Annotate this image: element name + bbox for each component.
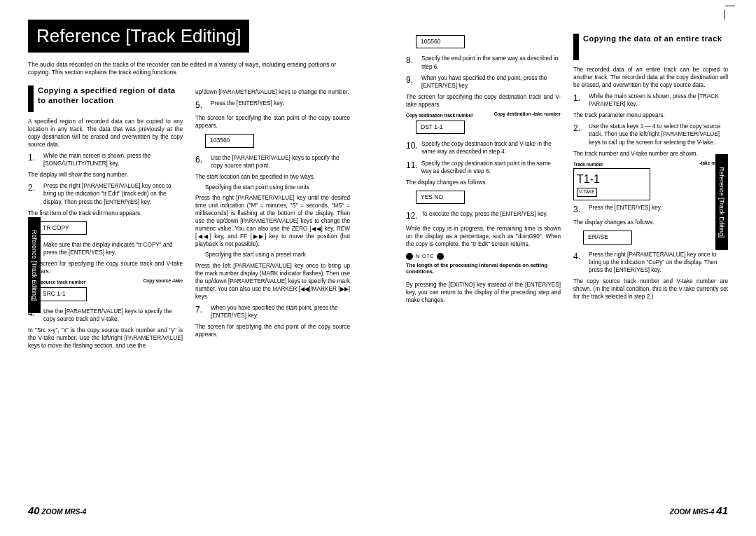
display-yesno: YES NO xyxy=(416,191,465,204)
step4-after: In "Src x-y", "x" is the copy source tra… xyxy=(28,327,183,350)
note-text: The length of the processing interval de… xyxy=(406,262,561,276)
intro-text: The audio data recorded on the tracks of… xyxy=(28,61,350,77)
left-page: Reference [Track Editing] The audio data… xyxy=(0,0,378,536)
step-7: 7. When you have specified the start poi… xyxy=(195,304,350,319)
step-num: 1. xyxy=(573,92,586,108)
footer-right: ZOOM MRS-4 41 xyxy=(670,504,728,516)
step-1: 1. While the main screen is shown, press… xyxy=(28,152,183,167)
diag2-left: Copy destination track number xyxy=(406,113,473,118)
col2-top: up/down [PARAMETER/VALUE] keys to change… xyxy=(195,88,350,96)
rstep2-after: The track number and V-take number are s… xyxy=(573,150,728,158)
step-2: 2. Press the right [PARAMETER/VALUE] key… xyxy=(28,182,183,205)
page-num-left: 40 xyxy=(28,504,40,516)
rstep4-after: The copy source track number and V-take … xyxy=(573,277,728,301)
step-4: 4. Use the [PARAMETER/VALUE] keys to spe… xyxy=(28,308,183,323)
display-105560: 105560 xyxy=(416,35,465,48)
step-num: 7. xyxy=(195,304,208,319)
side-tab-left: Reference [Track Editing] xyxy=(28,217,41,313)
step5-after: The screen for specifying the start poin… xyxy=(195,114,350,130)
step6-after: The start location can be specified in t… xyxy=(195,173,350,181)
step-text: To execute the copy, press the [ENTER/YE… xyxy=(421,210,561,221)
step-text: Use the status keys 1 — 4 to select the … xyxy=(589,123,728,146)
step12-after: While the copy is in progress, the remai… xyxy=(406,225,561,248)
step9-after: The screen for specifying the copy desti… xyxy=(406,93,561,109)
page-spread: Reference [Track Editing] The audio data… xyxy=(0,0,756,536)
rstep-3: 3. Press the [ENTER/YES] key. xyxy=(573,204,728,215)
step2-after: The first item of the track edit menu ap… xyxy=(28,209,183,217)
step-10: 10. Specify the copy destination track a… xyxy=(406,140,561,156)
step-11: 11. Specify the copy destination start p… xyxy=(406,160,561,175)
step-text: Use the [PARAMETER/VALUE] keys to specif… xyxy=(43,308,183,323)
display-erase: ERASE xyxy=(583,231,632,244)
step-3: 3. Make sure that the display indicates … xyxy=(28,241,183,256)
vtake-small: V-TAKE xyxy=(577,188,597,197)
step-text: Press the [ENTER/YES] key. xyxy=(589,204,728,215)
step-num: 4. xyxy=(573,251,586,274)
exit-text: By pressing the [EXIT/NO] key instead of… xyxy=(406,281,561,304)
footer-model-left: ZOOM MRS-4 xyxy=(41,508,86,516)
step-num: 8. xyxy=(406,55,419,70)
note-dot-icon xyxy=(437,253,444,260)
spec2-body: Press the left [PARAMETER/VALUE] key onc… xyxy=(195,262,350,301)
display-dst: DST 1-1 xyxy=(416,121,465,134)
spec1-head: Specifying the start point using time un… xyxy=(205,184,350,191)
spec1-body: Press the right [PARAMETER/VALUE] key un… xyxy=(195,194,350,248)
step-text: Specify the copy destination track and V… xyxy=(421,140,561,156)
step-8: 8. Specify the end point in the same way… xyxy=(406,55,561,70)
footer-model-right: ZOOM MRS-4 xyxy=(670,508,715,516)
page-num-right: 41 xyxy=(716,504,728,516)
step-9: 9. When you have specified the end point… xyxy=(406,74,561,90)
section2-intro: The recorded data of an entire track can… xyxy=(573,66,728,89)
step-text: While the main screen is shown, press th… xyxy=(589,92,728,108)
col-3: 105560 8. Specify the end point in the s… xyxy=(406,34,561,307)
step-num: 12. xyxy=(406,210,419,221)
step-num: 2. xyxy=(28,182,41,205)
section1-head: Copying a specified region of data to an… xyxy=(28,85,183,112)
diag3-left: Track number xyxy=(573,162,603,167)
step-num: 9. xyxy=(406,74,419,90)
right-page: Reference [Track Editing] 105560 8. Spec… xyxy=(378,0,756,536)
section-bar-icon xyxy=(28,85,34,112)
step-12: 12. To execute the copy, press the [ENTE… xyxy=(406,210,561,221)
rstep3-after: The display changes as follows. xyxy=(573,219,728,226)
col-4: Copying the data of an entire track The … xyxy=(573,34,728,307)
step-num: 10. xyxy=(406,140,419,156)
crop-mark-icon xyxy=(725,6,735,6)
crop-mark-icon xyxy=(724,10,725,20)
step-text: Press the right [PARAMETER/VALUE] key on… xyxy=(589,251,728,274)
side-tab-right: Reference [Track Editing] xyxy=(715,154,728,250)
right-columns: 105560 8. Specify the end point in the s… xyxy=(406,34,728,307)
section1-intro: A specified region of recorded data can … xyxy=(28,118,183,149)
step-text: When you have specified the start point,… xyxy=(211,304,350,319)
diagram-1: Copy source track number Copy source -ta… xyxy=(28,278,183,304)
vtake-big: T1-1 xyxy=(577,172,647,187)
display-trcopy-wrap: TR COPY xyxy=(38,220,183,238)
vtake-display: T1-1 V-TAKE xyxy=(573,168,650,200)
step-num: 11. xyxy=(406,160,419,175)
step7-after: The screen for specifying the end point … xyxy=(195,323,350,338)
rstep-4: 4. Press the right [PARAMETER/VALUE] key… xyxy=(573,251,728,274)
step-num: 5. xyxy=(195,99,208,111)
diag2-right: Copy destination -take number xyxy=(494,111,561,118)
rstep1-after: The track parameter menu appears. xyxy=(573,111,728,119)
left-columns: Copying a specified region of data to an… xyxy=(28,85,350,352)
section2-title: Copying the data of an entire track xyxy=(583,34,722,43)
section-bar-icon xyxy=(573,34,579,60)
step-num: 2. xyxy=(573,123,586,146)
step-num: 3. xyxy=(573,204,586,215)
step-text: When you have specified the end point, p… xyxy=(421,74,561,90)
step-num: 6. xyxy=(195,154,208,170)
step-text: Specify the copy destination start point… xyxy=(421,160,561,175)
note-label: N OTE xyxy=(416,253,434,259)
step-6: 6. Use the [PARAMETER/VALUE] keys to spe… xyxy=(195,154,350,170)
step-text: Use the [PARAMETER/VALUE] keys to specif… xyxy=(211,154,350,170)
step-text: While the main screen is shown, press th… xyxy=(43,152,183,167)
display-trcopy: TR COPY xyxy=(38,221,87,235)
col-2: up/down [PARAMETER/VALUE] keys to change… xyxy=(195,85,350,352)
diag1-right: Copy source -take xyxy=(144,278,183,284)
diagram-3: Track number -take number T1-1 V-TAKE xyxy=(573,160,728,200)
display-src: SRC 1-1 xyxy=(38,287,87,301)
section2-head: Copying the data of an entire track xyxy=(573,34,728,60)
rstep-1: 1. While the main screen is shown, press… xyxy=(573,92,728,108)
step-text: Press the [ENTER/YES] key. xyxy=(211,99,350,111)
